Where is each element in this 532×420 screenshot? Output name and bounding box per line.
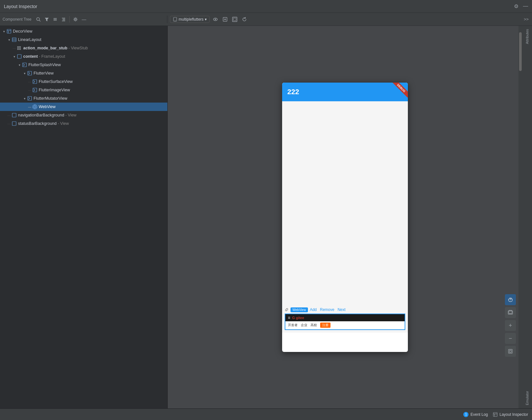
- arrow-decorview: ▾: [1, 29, 6, 34]
- screen-button[interactable]: [221, 15, 229, 23]
- arrow-statusbar: —: [6, 121, 12, 126]
- tree-item-content[interactable]: ▾ content - FrameLayout: [0, 52, 167, 61]
- tree-close-button[interactable]: —: [80, 15, 88, 23]
- title-bar-title: Layout Inspector: [4, 4, 37, 9]
- layers-button[interactable]: [505, 307, 516, 318]
- expand-button[interactable]: [51, 15, 59, 23]
- component-tree-panel: ▾ DecorView ▾ LinearLayout —: [0, 26, 168, 408]
- nav-item-developer: 开发者: [288, 323, 298, 327]
- minimize-icon[interactable]: —: [523, 3, 528, 9]
- more-button[interactable]: >>: [523, 16, 529, 23]
- tree-item-flutterview[interactable]: ▾ FlutterView: [0, 69, 167, 77]
- arrow-fluttermutator: ▾: [22, 96, 27, 101]
- hamburger-menu: ≡: [288, 315, 290, 320]
- tree-item-fluttermutator[interactable]: ▾ FlutterMutatorView: [0, 94, 167, 103]
- close-icon: —: [82, 17, 86, 22]
- gitee-logo: G gitee: [292, 316, 304, 320]
- next-action[interactable]: Next: [338, 307, 346, 312]
- phone-content-area: [282, 101, 408, 333]
- device-preview-area: 222 DEBUG WebView: [168, 26, 522, 408]
- center-panel: 222 DEBUG WebView: [168, 26, 522, 408]
- add-action[interactable]: Add: [310, 307, 317, 312]
- main-layout: ▾ DecorView ▾ LinearLayout —: [0, 26, 532, 408]
- scrollbar-thumb: [519, 32, 522, 71]
- icon-decorview: [6, 29, 12, 34]
- icon-content: [17, 54, 22, 59]
- layout-inspector-item[interactable]: Layout Inspector: [493, 412, 528, 417]
- svg-point-14: [215, 19, 216, 20]
- zoom-out-button[interactable]: −: [505, 333, 516, 344]
- hand-tool-button[interactable]: [505, 294, 516, 305]
- tree-item-navbar[interactable]: — navigationBarBackground - View: [0, 111, 167, 119]
- remove-action[interactable]: Remove: [320, 307, 334, 312]
- tree-item-actionmodebar[interactable]: — action_mode_bar_stub - ViewStub: [0, 44, 167, 52]
- tree-item-fluttersplash[interactable]: ▾ FlutterSplashView: [0, 61, 167, 69]
- device-toolbar: multipleflutters ▾: [167, 15, 532, 23]
- event-log-label: Event Log: [470, 412, 488, 417]
- tree-settings-button[interactable]: [72, 15, 79, 23]
- attributes-tab[interactable]: Attributes: [523, 26, 531, 47]
- webview-actions: Add Remove Next: [310, 307, 346, 312]
- svg-point-24: [17, 46, 18, 47]
- layout-inspector-label: Layout Inspector: [499, 412, 528, 417]
- refresh-button[interactable]: [241, 15, 248, 23]
- zoom-in-icon: +: [509, 322, 512, 329]
- device-name: multipleflutters: [179, 17, 203, 22]
- svg-marker-2: [45, 18, 49, 21]
- webview-nav-row: 开发者 企业 高校 注册: [285, 321, 405, 329]
- svg-point-39: [33, 105, 37, 109]
- tree-content: ▾ DecorView ▾ LinearLayout —: [0, 26, 167, 408]
- webview-label: WebView: [291, 307, 308, 312]
- nav-register-btn[interactable]: 注册: [320, 323, 330, 328]
- zoom-out-icon: −: [509, 335, 512, 342]
- tree-item-decorview[interactable]: ▾ DecorView: [0, 27, 167, 35]
- icon-fluttermutator: [27, 96, 32, 101]
- emulator-tab[interactable]: Emulator: [523, 388, 531, 408]
- collapse-button[interactable]: [60, 15, 67, 23]
- svg-rect-46: [508, 349, 512, 353]
- arrow-fluttersplash: ▾: [17, 62, 22, 67]
- type-statusbar: - View: [57, 121, 69, 126]
- svg-rect-43: [12, 122, 16, 125]
- label-flutterimage: FlutterImageView: [39, 88, 70, 92]
- tree-item-linearlayout[interactable]: ▾ LinearLayout: [0, 35, 167, 44]
- event-log-item[interactable]: 1 Event Log: [463, 412, 488, 417]
- arrow-flutterview: ▾: [22, 71, 27, 76]
- component-tree-label: Component Tree: [3, 17, 31, 22]
- tree-item-statusbar[interactable]: — statusBarBackground - View: [0, 119, 167, 128]
- label-navbar: navigationBarBackground: [18, 113, 64, 117]
- device-selector[interactable]: multipleflutters ▾: [170, 16, 210, 23]
- fit-button[interactable]: [505, 346, 516, 357]
- icon-webview: [32, 104, 37, 109]
- zoom-in-button[interactable]: +: [505, 320, 516, 331]
- svg-point-26: [17, 49, 18, 50]
- label-actionmodebar: action_mode_bar_stub: [23, 46, 67, 50]
- status-bar: 1 Event Log Layout Inspector: [0, 408, 532, 420]
- label-fluttersurface: FlutterSurfaceView: [39, 79, 73, 84]
- svg-point-27: [19, 46, 19, 47]
- svg-point-25: [17, 48, 18, 48]
- tree-item-webview[interactable]: — WebView: [0, 103, 167, 111]
- arrow-flutterimage: —: [27, 87, 32, 93]
- svg-point-31: [20, 48, 21, 48]
- tree-item-flutterimageview[interactable]: — FlutterImageView: [0, 86, 167, 94]
- icon-actionmodebar: [17, 45, 22, 51]
- svg-point-10: [75, 18, 76, 20]
- label-content: content: [23, 54, 38, 59]
- search-button[interactable]: [34, 15, 42, 23]
- svg-rect-16: [232, 17, 237, 22]
- app-bar-title: 222: [287, 88, 299, 96]
- inspect-button[interactable]: [231, 15, 239, 23]
- type-actionmodebar: - ViewStub: [67, 46, 88, 50]
- settings-icon[interactable]: ⚙: [514, 3, 518, 9]
- eye-button[interactable]: [212, 15, 219, 23]
- arrow-content: ▾: [12, 54, 17, 59]
- center-scrollbar[interactable]: [518, 26, 522, 408]
- phone-mockup: 222 DEBUG WebView: [282, 83, 408, 352]
- dropdown-icon: ▾: [205, 17, 207, 22]
- layout-inspector-icon: [493, 412, 498, 417]
- arrow-linearlayout: ▾: [6, 37, 12, 42]
- arrow-fluttersurface: —: [27, 79, 32, 84]
- tree-item-fluttersurfaceview[interactable]: — FlutterSurfaceView: [0, 77, 167, 86]
- filter-button[interactable]: [43, 15, 51, 23]
